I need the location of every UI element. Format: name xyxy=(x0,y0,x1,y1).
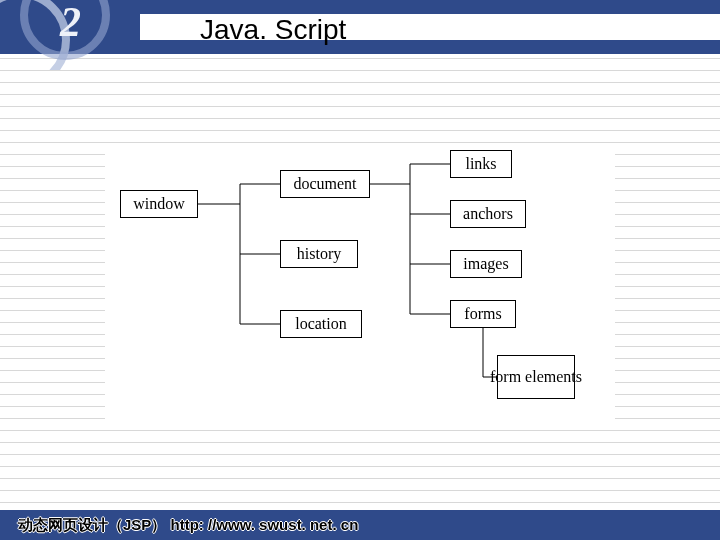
footer-text: 动态网页设计（JSP） http: //www. swust. net. cn xyxy=(18,516,358,535)
node-location: location xyxy=(280,310,362,338)
object-hierarchy-diagram: window document history location links a… xyxy=(105,145,615,430)
node-window: window xyxy=(120,190,198,218)
node-images: images xyxy=(450,250,522,278)
header: 2 Java. Script xyxy=(0,0,720,60)
slide: 2 Java. Script xyxy=(0,0,720,540)
node-forms: forms xyxy=(450,300,516,328)
node-form-elements: form elements xyxy=(497,355,575,399)
node-links: links xyxy=(450,150,512,178)
logo-graphic: 2 xyxy=(0,0,120,70)
slide-title: Java. Script xyxy=(200,14,346,46)
node-anchors: anchors xyxy=(450,200,526,228)
node-history: history xyxy=(280,240,358,268)
node-document: document xyxy=(280,170,370,198)
